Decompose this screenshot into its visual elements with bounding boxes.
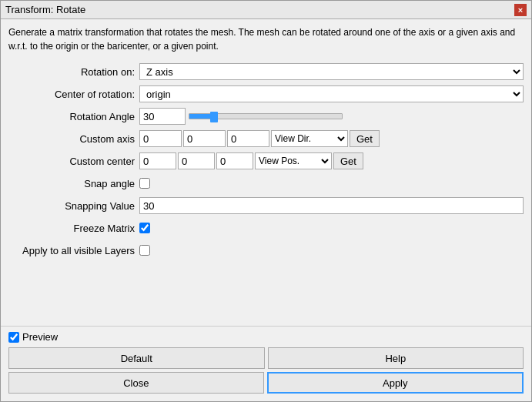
top-button-row: Default Help bbox=[8, 347, 524, 369]
snapping-value-row: Snapping Value 30 bbox=[8, 196, 524, 215]
custom-axis-get-button[interactable]: Get bbox=[350, 130, 380, 147]
bottom-area: Preview Default Help Close Apply bbox=[1, 326, 531, 401]
freeze-matrix-row: Freeze Matrix bbox=[8, 219, 524, 237]
rotation-angle-slider-container bbox=[189, 108, 524, 125]
custom-axis-control: 0 0 0 View Dir. Get bbox=[139, 130, 524, 147]
preview-checkbox[interactable] bbox=[8, 332, 19, 343]
slider-thumb[interactable] bbox=[210, 112, 218, 122]
rotation-angle-input[interactable]: 30 bbox=[139, 108, 186, 125]
freeze-matrix-checkbox[interactable] bbox=[139, 223, 150, 233]
rotation-angle-label: Rotation Angle bbox=[8, 111, 139, 122]
snap-angle-checkbox[interactable] bbox=[139, 178, 150, 189]
custom-axis-label: Custom axis bbox=[8, 133, 139, 145]
form-area: Rotation on: Z axis X axis Y axis Custom… bbox=[8, 62, 524, 320]
custom-center-label: Custom center bbox=[8, 156, 139, 167]
custom-center-row: Custom center 0 0 0 View Pos. Get bbox=[8, 152, 524, 170]
custom-axis-z-input[interactable]: 0 bbox=[227, 130, 269, 147]
center-of-rotation-select[interactable]: origin baricenter custom bbox=[139, 85, 524, 102]
custom-center-view-select[interactable]: View Pos. bbox=[255, 152, 332, 169]
custom-center-get-button[interactable]: Get bbox=[333, 152, 363, 169]
snap-angle-row: Snap angle bbox=[8, 174, 524, 193]
apply-to-all-label: Apply to all visible Layers bbox=[8, 245, 139, 256]
freeze-matrix-control bbox=[139, 223, 524, 233]
preview-row: Preview bbox=[8, 331, 524, 343]
apply-to-all-checkbox[interactable] bbox=[139, 245, 150, 256]
close-button[interactable]: Close bbox=[8, 372, 264, 394]
snap-angle-label: Snap angle bbox=[8, 178, 139, 189]
preview-label: Preview bbox=[22, 331, 58, 343]
apply-to-all-control bbox=[139, 245, 524, 256]
bottom-button-row: Close Apply bbox=[8, 372, 524, 394]
help-button[interactable]: Help bbox=[268, 347, 524, 369]
apply-to-all-row: Apply to all visible Layers bbox=[8, 241, 524, 260]
transform-rotate-window: Transform: Rotate × Generate a matrix tr… bbox=[0, 0, 532, 402]
custom-axis-y-input[interactable]: 0 bbox=[183, 130, 226, 147]
rotation-angle-control: 30 bbox=[139, 108, 524, 125]
custom-axis-x-input[interactable]: 0 bbox=[139, 130, 182, 147]
title-bar: Transform: Rotate × bbox=[1, 1, 531, 19]
rotation-on-control: Z axis X axis Y axis Custom axis bbox=[139, 63, 524, 80]
custom-axis-view-select[interactable]: View Dir. bbox=[271, 130, 348, 147]
rotation-angle-row: Rotation Angle 30 bbox=[8, 107, 524, 126]
description-text: Generate a matrix transformation that ro… bbox=[8, 25, 524, 53]
center-of-rotation-control: origin baricenter custom bbox=[139, 85, 524, 102]
custom-center-x-input[interactable]: 0 bbox=[139, 152, 176, 169]
custom-axis-row: Custom axis 0 0 0 View Dir. Get bbox=[8, 129, 524, 148]
window-content: Generate a matrix transformation that ro… bbox=[1, 19, 531, 326]
freeze-matrix-label: Freeze Matrix bbox=[8, 223, 139, 234]
window-title: Transform: Rotate bbox=[5, 4, 85, 15]
rotation-on-label: Rotation on: bbox=[8, 66, 139, 78]
center-of-rotation-label: Center of rotation: bbox=[8, 89, 139, 100]
snap-angle-control bbox=[139, 178, 524, 189]
rotation-on-row: Rotation on: Z axis X axis Y axis Custom… bbox=[8, 62, 524, 81]
rotation-angle-slider-track bbox=[189, 113, 343, 119]
snapping-value-label: Snapping Value bbox=[8, 200, 139, 212]
custom-center-y-input[interactable]: 0 bbox=[178, 152, 215, 169]
custom-center-z-input[interactable]: 0 bbox=[216, 152, 253, 169]
apply-button[interactable]: Apply bbox=[267, 372, 524, 394]
custom-center-control: 0 0 0 View Pos. Get bbox=[139, 152, 524, 169]
rotation-on-select[interactable]: Z axis X axis Y axis Custom axis bbox=[139, 63, 524, 80]
close-window-button[interactable]: × bbox=[514, 4, 527, 16]
snapping-value-input[interactable]: 30 bbox=[139, 197, 524, 214]
snapping-value-control: 30 bbox=[139, 197, 524, 214]
center-of-rotation-row: Center of rotation: origin baricenter cu… bbox=[8, 85, 524, 103]
default-button[interactable]: Default bbox=[8, 347, 265, 369]
